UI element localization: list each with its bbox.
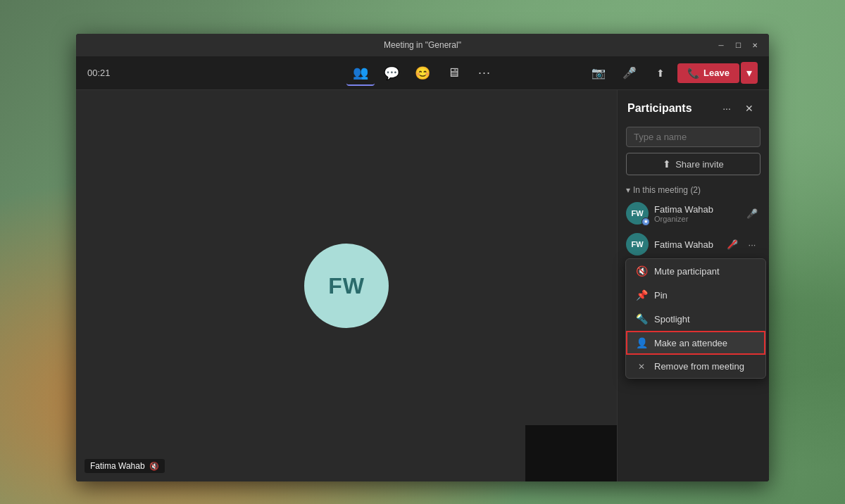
participant-actions-organizer: 🎤 (744, 205, 760, 222)
participant-avatar-circle: FW (304, 244, 389, 328)
content-area: FW Fatima Wahab 🔇 Participants ··· ✕ (76, 90, 769, 481)
toolbar-reactions-button[interactable]: 😊 (408, 61, 437, 86)
avatar-initials: FW (328, 273, 365, 299)
participant-name-2: Fatima Wahab (654, 239, 718, 250)
participant-mic-muted-button[interactable]: 🎤 (724, 236, 741, 253)
participant-initials-organizer: FW (631, 209, 643, 218)
leave-label: Leave (703, 68, 730, 78)
toolbar-share-button[interactable]: 🖥 (439, 61, 468, 86)
menu-item-pin[interactable]: 📌 Pin (626, 283, 765, 307)
share-screen-icon: 🖥 (447, 65, 460, 80)
search-input[interactable] (626, 127, 760, 147)
pin-icon: 📌 (636, 289, 647, 301)
panel-title: Participants (627, 102, 692, 115)
share-invite-icon: ⬆ (663, 158, 671, 170)
self-video-thumbnail (525, 425, 617, 481)
in-meeting-collapse-icon: ▾ (626, 185, 630, 195)
toolbar-more-button[interactable]: ··· (470, 61, 499, 86)
call-timer: 00:21 (87, 68, 111, 78)
video-mic-muted-icon: 🔇 (149, 462, 159, 471)
leave-section: 📞 Leave ▾ (677, 62, 758, 84)
participant-name-organizer: Fatima Wahab (654, 204, 738, 215)
participant-item-wrapper: FW Fatima Wahab 🎤 ··· (618, 229, 769, 260)
menu-item-mute[interactable]: 🔇 Mute participant (626, 259, 765, 283)
participant-role-organizer: Organizer (654, 215, 738, 223)
panel-header: Participants ··· ✕ (618, 90, 769, 124)
participant-actions-2: 🎤 ··· (724, 236, 760, 253)
menu-item-spotlight[interactable]: 🔦 Spotlight (626, 307, 765, 331)
mic-muted-icon: 🎤 (727, 239, 738, 250)
video-area: FW Fatima Wahab 🔇 (76, 90, 617, 481)
leave-dropdown-button[interactable]: ▾ (741, 62, 758, 84)
participant-mic-button-organizer[interactable]: 🎤 (744, 205, 760, 222)
panel-close-button[interactable]: ✕ (739, 99, 759, 118)
more-icon: ··· (478, 65, 491, 80)
participant-avatar-2: FW (626, 233, 649, 256)
chevron-down-icon: ▾ (746, 67, 752, 79)
organizer-badge: ★ (641, 218, 650, 226)
participant-item-organizer[interactable]: FW ★ Fatima Wahab Organizer 🎤 (618, 198, 769, 229)
spotlight-label: Spotlight (654, 314, 690, 325)
participant-info-organizer: Fatima Wahab Organizer (654, 204, 738, 223)
video-participant-name: Fatima Wahab (90, 461, 145, 471)
title-bar: Meeting in "General" ─ ☐ ✕ (76, 34, 769, 56)
people-icon: 👥 (353, 65, 368, 80)
menu-item-remove[interactable]: ✕ Remove from meeting (626, 355, 765, 378)
participant-initials-2: FW (631, 240, 643, 248)
upload-icon: ⬆ (656, 68, 665, 79)
toolbar-chat-button[interactable]: 💬 (377, 61, 406, 86)
panel-header-controls: ··· ✕ (717, 99, 759, 118)
camera-icon: 📷 (592, 66, 606, 80)
microphone-button[interactable]: 🎤 (615, 61, 644, 86)
mic-active-icon: 🎤 (746, 208, 758, 219)
in-meeting-section-label: ▾ In this meeting (2) (618, 182, 769, 198)
participants-panel: Participants ··· ✕ ⬆ Share invite ▾ In t… (617, 90, 769, 481)
in-meeting-label: In this meeting (2) (633, 185, 701, 195)
menu-item-make-attendee[interactable]: 👤 Make an attendee (626, 331, 765, 355)
reactions-icon: 😊 (415, 65, 430, 81)
toolbar-right: 📷 🎤 ⬆ 📞 Leave ▾ (584, 61, 758, 86)
share-invite-button[interactable]: ⬆ Share invite (626, 153, 760, 175)
make-attendee-label: Make an attendee (654, 338, 727, 348)
toolbar: 00:21 👥 💬 😊 🖥 ··· 📷 � (76, 56, 769, 90)
share-invite-label: Share invite (675, 159, 724, 170)
close-button[interactable]: ✕ (749, 39, 760, 51)
participant-info-2: Fatima Wahab (654, 239, 718, 250)
window-title: Meeting in "General" (384, 40, 461, 50)
video-participant-label: Fatima Wahab 🔇 (84, 459, 165, 473)
panel-more-button[interactable]: ··· (717, 99, 737, 118)
leave-button[interactable]: 📞 Leave (677, 63, 739, 83)
search-wrap (618, 124, 769, 153)
chat-icon: 💬 (384, 65, 399, 81)
minimize-button[interactable]: ─ (715, 39, 727, 51)
participant-item-2[interactable]: FW Fatima Wahab 🎤 ··· (618, 229, 769, 260)
pin-label: Pin (654, 290, 668, 301)
app-window: Meeting in "General" ─ ☐ ✕ 00:21 👥 💬 😊 🖥 (76, 34, 769, 481)
spotlight-icon: 🔦 (636, 313, 647, 325)
context-menu: 🔇 Mute participant 📌 Pin 🔦 Spotlight 👤 M… (625, 258, 766, 379)
window-controls: ─ ☐ ✕ (715, 39, 760, 51)
participant-avatar-organizer: FW ★ (626, 202, 649, 225)
phone-icon: 📞 (687, 68, 699, 79)
participant-more-button[interactable]: ··· (744, 236, 760, 253)
share-content-button[interactable]: ⬆ (646, 61, 675, 86)
toolbar-center-buttons: 👥 💬 😊 🖥 ··· (346, 61, 499, 86)
remove-label: Remove from meeting (654, 361, 744, 372)
make-attendee-icon: 👤 (636, 337, 647, 348)
maximize-button[interactable]: ☐ (732, 39, 744, 51)
toolbar-people-button[interactable]: 👥 (346, 61, 375, 86)
microphone-icon: 🎤 (622, 66, 637, 80)
mute-participant-label: Mute participant (654, 266, 720, 277)
mute-participant-icon: 🔇 (636, 265, 647, 277)
remove-icon: ✕ (636, 362, 647, 372)
camera-button[interactable]: 📷 (584, 61, 613, 86)
